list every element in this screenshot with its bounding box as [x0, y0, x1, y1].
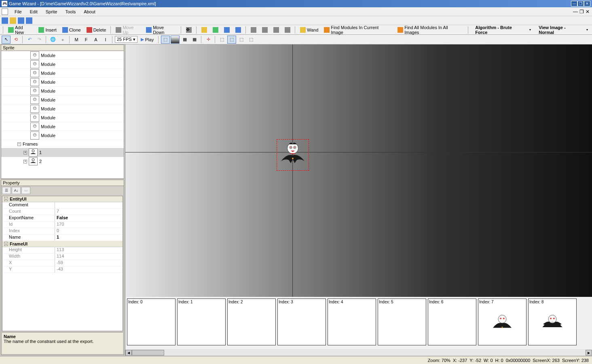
f-button[interactable]: F	[82, 36, 91, 44]
new-icon[interactable]	[2, 17, 8, 24]
prop-name[interactable]: Name1	[2, 235, 123, 241]
thumb-4[interactable]: Index: 4	[328, 298, 376, 345]
refresh-button[interactable]: ⟲	[11, 36, 20, 44]
thumb-3[interactable]: Index: 3	[277, 298, 326, 345]
thumb-1[interactable]: Index: 1	[177, 298, 226, 345]
sprite-selection[interactable]	[277, 139, 309, 171]
prop-pages-button[interactable]: ▭	[21, 187, 30, 194]
grid1-button[interactable]	[248, 26, 259, 34]
m-button[interactable]: M	[72, 36, 81, 44]
prop-index[interactable]: Index0	[2, 228, 123, 235]
section-entityui[interactable]: −EntityUI	[2, 196, 123, 202]
wand-button[interactable]: Wand	[298, 26, 321, 34]
scroll-left-icon[interactable]: ◀	[125, 350, 132, 356]
sprite-tree[interactable]: Module Module Module Module Module Modul…	[1, 51, 124, 178]
prop-comment[interactable]: Comment	[2, 202, 123, 209]
prop-categorized-button[interactable]: ☰	[2, 187, 11, 194]
menu-tools[interactable]: Tools	[61, 8, 80, 15]
mdi-close-icon[interactable]: ✕	[586, 9, 590, 15]
module-item[interactable]: Module	[1, 60, 124, 69]
menu-file[interactable]: File	[11, 8, 26, 15]
prop-alpha-button[interactable]: A↓	[12, 187, 21, 194]
move-down-button[interactable]: Move Down	[144, 24, 179, 36]
redo-button[interactable]: ↷	[35, 36, 44, 44]
prop-y[interactable]: Y-43	[2, 267, 123, 273]
disc-button[interactable]: ●	[58, 36, 67, 44]
grid2-button[interactable]	[260, 26, 270, 34]
maximize-icon[interactable]: ❐	[577, 1, 584, 6]
prop-count[interactable]: Count7	[2, 209, 123, 215]
module-item[interactable]: Module	[1, 78, 124, 87]
move-tool-button[interactable]: ✥	[184, 26, 194, 34]
i-button[interactable]: I	[101, 36, 110, 44]
find-current-button[interactable]: Find Modules In Current Image	[321, 24, 394, 36]
frame-item-1[interactable]: +1	[1, 148, 124, 157]
grid-large-button[interactable]: ▦	[190, 36, 199, 44]
frame-item-2[interactable]: +2	[1, 157, 124, 166]
open-icon[interactable]	[10, 17, 16, 24]
thumb-2[interactable]: Index: 2	[227, 298, 276, 345]
scroll-right-icon[interactable]: ▶	[586, 350, 592, 356]
target-button[interactable]: ✛	[204, 36, 213, 44]
prop-exportname[interactable]: ExportNameFalse	[2, 215, 123, 222]
frames-node[interactable]: −Frames	[1, 140, 124, 148]
scroll-thumb[interactable]	[132, 350, 164, 356]
fps-dropdown[interactable]: 25 FPS ▾	[115, 36, 137, 43]
section-frameui[interactable]: −FrameUI	[2, 241, 123, 247]
save-icon[interactable]	[18, 17, 24, 24]
prop-x[interactable]: X-59	[2, 260, 123, 267]
find-all-button[interactable]: Find All Modules In All Images	[395, 24, 466, 36]
minimize-icon[interactable]: —	[571, 1, 577, 6]
menu-about[interactable]: About	[80, 8, 99, 15]
globe-button[interactable]: 🌐	[49, 36, 57, 44]
rotate-ccw-button[interactable]	[222, 26, 232, 34]
thumb-6[interactable]: Index: 6	[428, 298, 476, 345]
mdi-minimize-icon[interactable]: —	[573, 9, 578, 15]
sel-tool-2[interactable]	[171, 36, 180, 44]
canvas[interactable]	[125, 44, 592, 297]
seltype-3[interactable]: ⬚	[237, 36, 246, 44]
a-button[interactable]: A	[91, 36, 100, 44]
flip-h-button[interactable]	[199, 26, 209, 34]
clone-button[interactable]: Clone	[60, 26, 83, 34]
prop-id[interactable]: Id170	[2, 222, 123, 228]
module-item[interactable]: Module	[1, 122, 124, 131]
module-item[interactable]: Module	[1, 95, 124, 104]
view-image-dropdown[interactable]: View Image - Normal	[534, 23, 590, 37]
insert-button[interactable]: Insert	[36, 26, 59, 34]
close-icon[interactable]: ✕	[584, 1, 590, 6]
module-item[interactable]: Module	[1, 113, 124, 122]
horizontal-scrollbar[interactable]: ◀ ▶	[125, 349, 592, 356]
play-button[interactable]: ▶Play	[138, 36, 156, 43]
menu-sprite[interactable]: Sprite	[42, 8, 61, 15]
prop-width[interactable]: Width114	[2, 254, 123, 260]
module-item[interactable]: Module	[1, 87, 124, 95]
thumb-7[interactable]: Index: 7	[478, 298, 526, 345]
mdi-restore-icon[interactable]: ❐	[579, 9, 584, 15]
sel-tool-1[interactable]: ⬚	[161, 36, 170, 44]
seltype-4[interactable]: ⬚	[247, 36, 256, 44]
module-item[interactable]: Module	[1, 51, 124, 60]
add-new-button[interactable]: Add New	[6, 24, 35, 36]
prop-height[interactable]: Height113	[2, 247, 123, 254]
grid3-button[interactable]	[271, 26, 281, 34]
scroll-track[interactable]	[132, 350, 586, 356]
thumb-8[interactable]: Index: 8	[528, 298, 577, 345]
seltype-2[interactable]: ⬚	[227, 36, 236, 44]
seltype-1[interactable]: ⬚	[218, 36, 226, 44]
grid4-button[interactable]	[282, 26, 293, 34]
saveall-icon[interactable]	[26, 17, 32, 24]
module-item[interactable]: Module	[1, 131, 124, 140]
grid-small-button[interactable]: ▦	[180, 36, 189, 44]
move-up-button[interactable]: Move Up	[113, 24, 143, 36]
module-item[interactable]: Module	[1, 69, 124, 78]
thumb-0[interactable]: Index: 0	[127, 298, 175, 345]
flip-v-button[interactable]	[210, 26, 221, 34]
property-grid[interactable]: −EntityUI Comment Count7 ExportNameFalse…	[2, 196, 123, 331]
undo-button[interactable]: ↶	[25, 36, 34, 44]
module-item[interactable]: Module	[1, 104, 124, 113]
rotate-cw-button[interactable]	[233, 26, 243, 34]
pointer-tool-button[interactable]: ↖	[2, 36, 11, 44]
menu-edit[interactable]: Edit	[26, 8, 42, 15]
thumb-5[interactable]: Index: 5	[378, 298, 426, 345]
